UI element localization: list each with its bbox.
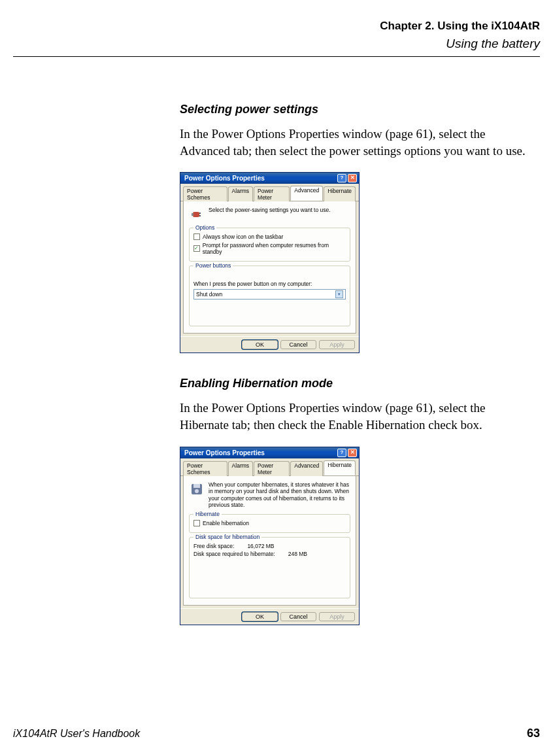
label-show-icon: Always show icon on the taskbar <box>203 233 283 240</box>
hibernate-legend: Hibernate <box>193 511 222 517</box>
required-space-value: 248 MB <box>288 551 307 557</box>
tab-power-schemes[interactable]: Power Schemes <box>183 186 227 201</box>
titlebar: Power Options Properties ? ✕ <box>180 173 359 184</box>
tab-advanced[interactable]: Advanced <box>290 186 323 201</box>
disk-space-legend: Disk space for hibernation <box>193 534 261 540</box>
disk-space-group: Disk space for hibernation Free disk spa… <box>189 537 350 598</box>
ok-button[interactable]: OK <box>242 612 278 621</box>
apply-button[interactable]: Apply <box>319 612 355 621</box>
intro-text: When your computer hibernates, it stores… <box>209 481 350 509</box>
tab-hibernate[interactable]: Hibernate <box>324 186 356 201</box>
svg-point-6 <box>195 489 199 493</box>
svg-rect-2 <box>199 213 201 214</box>
footer-handbook-title: iX104AtR User's Handbook <box>13 728 140 740</box>
power-buttons-legend: Power buttons <box>193 262 233 269</box>
apply-button[interactable]: Apply <box>319 340 355 349</box>
svg-rect-3 <box>199 215 201 216</box>
power-button-select[interactable]: Shut down ▾ <box>193 289 346 300</box>
tabstrip: Power Schemes Alarms Power Meter Advance… <box>180 184 359 201</box>
help-button[interactable]: ? <box>337 449 346 457</box>
power-options-dialog-hibernate: Power Options Properties ? ✕ Power Schem… <box>180 447 360 626</box>
button-bar: OK Cancel Apply <box>180 336 359 352</box>
button-bar: OK Cancel Apply <box>180 608 359 625</box>
free-space-value: 16,072 MB <box>247 543 274 549</box>
required-space-label: Disk space required to hibernate: <box>193 551 275 557</box>
tab-alarms[interactable]: Alarms <box>228 186 253 201</box>
options-legend: Options <box>193 224 216 231</box>
tab-hibernate[interactable]: Hibernate <box>324 460 356 475</box>
svg-rect-1 <box>192 213 193 216</box>
chapter-title: Chapter 2. Using the iX104AtR <box>13 20 540 33</box>
options-group: Options Always show icon on the taskbar … <box>189 228 350 262</box>
tab-power-schemes[interactable]: Power Schemes <box>183 461 227 476</box>
tab-alarms[interactable]: Alarms <box>228 461 253 476</box>
power-plug-icon <box>189 207 205 222</box>
free-space-label: Free disk space: <box>193 543 234 549</box>
paragraph-power-settings: In the Power Options Properties window (… <box>180 126 533 159</box>
svg-rect-0 <box>193 212 199 217</box>
power-button-label: When I press the power button on my comp… <box>193 281 346 287</box>
tab-advanced[interactable]: Advanced <box>290 461 323 476</box>
window-title: Power Options Properties <box>184 175 265 182</box>
section-title: Using the battery <box>13 37 540 51</box>
window-title: Power Options Properties <box>184 449 265 456</box>
close-button[interactable]: ✕ <box>348 174 357 182</box>
power-button-value: Shut down <box>196 291 222 298</box>
label-prompt-password: Prompt for password when computer resume… <box>203 242 346 255</box>
tabstrip: Power Schemes Alarms Power Meter Advance… <box>180 458 359 476</box>
help-button[interactable]: ? <box>337 174 346 182</box>
power-buttons-group: Power buttons When I press the power but… <box>189 266 350 326</box>
svg-rect-5 <box>193 484 200 488</box>
checkbox-prompt-password[interactable] <box>193 245 200 252</box>
ok-button[interactable]: OK <box>242 340 278 349</box>
paragraph-hibernation: In the Power Options Properties window (… <box>180 400 533 433</box>
hibernate-icon <box>189 481 205 497</box>
power-options-dialog-advanced: Power Options Properties ? ✕ Power Schem… <box>180 172 360 353</box>
cancel-button[interactable]: Cancel <box>280 612 316 621</box>
checkbox-show-icon[interactable] <box>193 233 200 240</box>
subheading-hibernation: Enabling Hibernation mode <box>180 377 533 390</box>
hibernate-group: Hibernate Enable hibernation <box>189 514 350 533</box>
intro-text: Select the power-saving settings you wan… <box>209 207 350 214</box>
tab-power-meter[interactable]: Power Meter <box>254 461 290 476</box>
subheading-power-settings: Selecting power settings <box>180 103 533 116</box>
chevron-down-icon: ▾ <box>335 290 343 298</box>
tab-power-meter[interactable]: Power Meter <box>254 186 290 201</box>
cancel-button[interactable]: Cancel <box>280 340 316 349</box>
page-number: 63 <box>527 727 540 740</box>
titlebar: Power Options Properties ? ✕ <box>180 447 359 458</box>
checkbox-enable-hibernation[interactable] <box>193 520 200 526</box>
label-enable-hibernation: Enable hibernation <box>203 520 249 526</box>
close-button[interactable]: ✕ <box>348 449 357 457</box>
header-divider <box>13 56 540 57</box>
